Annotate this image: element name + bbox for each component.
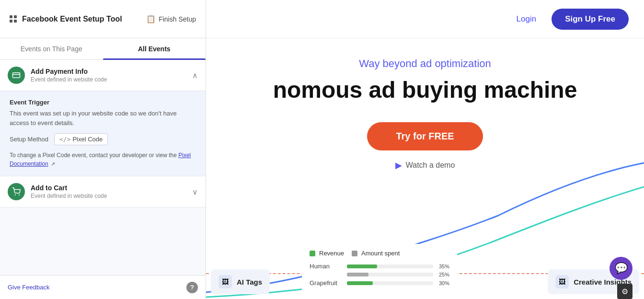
grapefruit-pct: 30% <box>439 280 449 286</box>
amount-spent-legend: Amount spent <box>352 250 400 257</box>
event-name-add-to-cart: Add to Cart <box>31 184 186 192</box>
finish-setup-icon: 📋 <box>146 14 156 23</box>
ai-tags-label: AI Tags <box>237 278 262 286</box>
grapefruit-green-fill <box>347 281 373 285</box>
setup-method-label: Setup Method <box>10 136 48 143</box>
bar-human: Human 35% 25% <box>310 263 449 277</box>
tab-all-events[interactable]: All Events <box>103 38 206 59</box>
trigger-text: This event was set up in your website co… <box>10 109 196 127</box>
svg-rect-0 <box>13 73 20 78</box>
grapefruit-green-track <box>347 281 433 285</box>
try-free-button[interactable]: Try for FREE <box>367 122 483 150</box>
revenue-label: Revenue <box>319 250 344 257</box>
panel: Facebook Event Setup Tool 📋 Finish Setup… <box>0 0 206 299</box>
hero-subtitle: Way beyond ad optimization <box>235 58 615 70</box>
finish-setup-button[interactable]: 📋 Finish Setup <box>146 14 196 23</box>
ai-tags-icon: 🖼 <box>218 275 232 288</box>
main-content: Way beyond ad optimization nomous ad buy… <box>206 38 644 299</box>
human-label: Human <box>310 263 343 270</box>
hero-title: nomous ad buying machine <box>235 78 615 103</box>
event-info-add-to-cart: Add to Cart Event defined in website cod… <box>31 184 186 199</box>
amount-spent-label: Amount spent <box>361 250 400 257</box>
panel-body: Add Payment Info Event defined in websit… <box>0 60 206 275</box>
svg-point-2 <box>15 195 16 196</box>
grid-icon <box>10 15 17 23</box>
chevron-up-icon: ∧ <box>192 71 198 80</box>
grapefruit-label: Grapefruit <box>310 279 343 287</box>
hero-title-text: nomous ad buying machine <box>273 77 577 103</box>
tab-events-on-page[interactable]: Events on This Page <box>0 38 103 59</box>
signup-button[interactable]: Sign Up Free <box>552 9 629 30</box>
login-button[interactable]: Login <box>517 14 537 24</box>
event-info-add-payment-info: Add Payment Info Event defined in websit… <box>31 68 186 83</box>
event-icon-add-to-cart <box>8 183 25 200</box>
revenue-dot <box>310 251 315 256</box>
external-link-icon: ↗ <box>51 161 55 167</box>
revenue-legend: Revenue <box>310 250 344 257</box>
panel-footer: Give Feedback ? <box>0 275 206 299</box>
human-gray-pct: 25% <box>439 272 449 277</box>
event-add-to-cart: Add to Cart Event defined in website cod… <box>0 176 206 207</box>
panel-header-left: Facebook Event Setup Tool <box>10 15 122 23</box>
bar-grapefruit: Grapefruit 30% <box>310 279 449 287</box>
svg-point-3 <box>19 195 20 196</box>
change-note: To change a Pixel Code event, contact yo… <box>10 151 196 168</box>
human-gray-track <box>347 273 433 276</box>
human-green-track <box>347 264 433 268</box>
event-name-add-payment-info: Add Payment Info <box>31 68 186 75</box>
human-green-fill <box>347 264 377 268</box>
setup-method-row: Setup Method </> Pixel Code <box>10 133 196 145</box>
event-expanded-add-payment-info: Event Trigger This event was set up in y… <box>0 91 206 176</box>
pixel-code-badge: </> Pixel Code <box>54 133 108 145</box>
event-icon-add-payment-info <box>8 67 25 84</box>
hero-section: Way beyond ad optimization nomous ad buy… <box>206 38 644 171</box>
human-green-pct: 35% <box>439 264 449 269</box>
pixel-code-label: Pixel Code <box>72 136 103 143</box>
event-sub-add-payment-info: Event defined in website code <box>31 76 186 83</box>
trigger-title: Event Trigger <box>10 99 196 106</box>
panel-title: Facebook Event Setup Tool <box>22 15 122 23</box>
give-feedback-link[interactable]: Give Feedback <box>8 284 49 291</box>
bottom-strip: Revenue Amount spent Human 35% <box>206 237 644 299</box>
revenue-card: Revenue Amount spent Human 35% <box>302 244 457 294</box>
amount-dot <box>352 251 357 256</box>
settings-widget[interactable]: ⚙ <box>617 284 632 299</box>
ai-tags-card: 🖼 AI Tags <box>211 269 270 294</box>
panel-tabs: Events on This Page All Events <box>0 38 206 60</box>
help-icon[interactable]: ? <box>186 282 198 293</box>
panel-header: Facebook Event Setup Tool 📋 Finish Setup <box>0 0 206 38</box>
event-add-to-cart-header[interactable]: Add to Cart Event defined in website cod… <box>0 176 206 207</box>
event-add-payment-info-header[interactable]: Add Payment Info Event defined in websit… <box>0 60 206 91</box>
chat-widget[interactable]: 💬 <box>610 257 632 280</box>
chevron-down-icon: ∨ <box>192 187 198 196</box>
code-brackets-icon: </> <box>59 136 70 143</box>
creative-insights-icon: 🖼 <box>555 275 569 288</box>
event-sub-add-to-cart: Event defined in website code <box>31 193 186 199</box>
event-add-payment-info: Add Payment Info Event defined in websit… <box>0 60 206 176</box>
finish-setup-label: Finish Setup <box>159 15 196 23</box>
human-gray-fill <box>347 273 368 276</box>
